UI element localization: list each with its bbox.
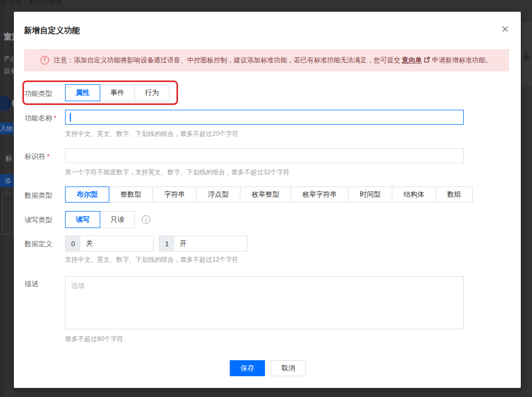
background-add-button: 添 [0,174,14,187]
identifier-input[interactable] [65,148,464,163]
data-type-selector: 布尔型 整数型 字符串 浮点型 枚举整型 枚举字符串 时间型 结构体 数组 [65,187,473,202]
data-type-time[interactable]: 时间型 [348,187,392,202]
intention-form-link[interactable]: 意向单 [402,56,422,65]
function-type-label: 功能类型 [25,89,52,99]
data-define-value-on-input[interactable] [174,236,247,251]
identifier-hint: 第一个字符不能是数字，支持英文、数字、下划线的组合，最多不超过32个字符 [65,168,289,177]
data-type-enum-int[interactable]: 枚举整型 [240,187,291,202]
description-textarea[interactable] [65,276,464,329]
data-define-label: 数据定义 [25,239,52,249]
notice-text: 注意：添加自定义功能将影响设备通过语音、中控面板控制，建议添加标准功能，若已有标… [54,56,400,65]
data-define-off-group: 0 [65,236,154,252]
background-tab-fragment: 标 [5,154,12,164]
rw-readwrite[interactable]: 读写 [65,211,100,228]
data-type-label: 数据类型 [25,191,52,200]
function-name-input[interactable] [65,110,464,125]
data-type-array[interactable]: 数组 [436,187,473,202]
save-button[interactable]: 保存 [230,360,265,376]
rw-type-label: 读写类型 [25,215,52,225]
data-define-hint: 支持中文、英文、数字、下划线的组合，最多不超过12个字符 [65,255,238,264]
notice-text-suffix: 申请新增标准功能。 [432,56,493,65]
external-link-icon [424,56,430,64]
data-type-int[interactable]: 整数型 [109,187,153,202]
rw-readonly[interactable]: 只读 [100,211,135,228]
data-type-string[interactable]: 字符串 [152,187,197,202]
add-custom-function-dialog: 新增自定义功能 ✕ ! 注意：添加自定义功能将影响设备通过语音、中控面板控制，建… [14,12,521,388]
close-icon[interactable]: ✕ [501,25,509,34]
tab-event[interactable]: 事件 [100,84,135,101]
identifier-label-text: 标识符 [25,152,45,160]
background-import-button: 入物 [0,123,14,134]
rw-type-selector: 读写 只读 [65,211,135,228]
description-hint: 最多不超过80个字符 [65,335,123,344]
notice-banner: ! 注意：添加自定义功能将影响设备通过语音、中控面板控制，建议添加标准功能，若已… [24,49,509,71]
warning-icon: ! [41,56,49,64]
tab-property[interactable]: 属性 [65,84,100,101]
function-name-hint: 支持中文、英文、数字、下划线的组合，最多不超过20个字符 [65,129,238,139]
data-define-on-group: 1 [159,236,247,252]
cancel-button[interactable]: 取消 [271,360,306,376]
function-name-label-text: 功能名称 [25,114,52,122]
function-type-selector: 属性 事件 行为 [65,84,170,101]
background-table-fragment [2,193,14,234]
data-type-enum-string[interactable]: 枚举字符串 [291,187,349,202]
identifier-label: 标识符* [25,152,50,161]
data-define-key-0: 0 [66,236,80,251]
breadcrumb: 品开发 / 室温控制器 [1,0,62,6]
required-asterisk: * [54,114,57,122]
description-label: 描述 [25,279,38,289]
data-type-float[interactable]: 浮点型 [196,187,240,202]
text-cursor [70,113,71,121]
avatar [0,95,11,111]
tab-action[interactable]: 行为 [134,84,170,101]
function-name-label: 功能名称* [25,114,57,123]
required-asterisk: * [47,152,50,160]
data-type-bool[interactable]: 布尔型 [65,187,109,202]
data-type-struct[interactable]: 结构体 [392,187,436,202]
info-icon[interactable]: i [142,215,150,224]
data-define-value-off-input[interactable] [80,236,153,251]
data-define-key-1: 1 [159,236,174,251]
dialog-title: 新增自定义功能 [24,26,80,36]
background-right-label: 备 [523,52,530,61]
